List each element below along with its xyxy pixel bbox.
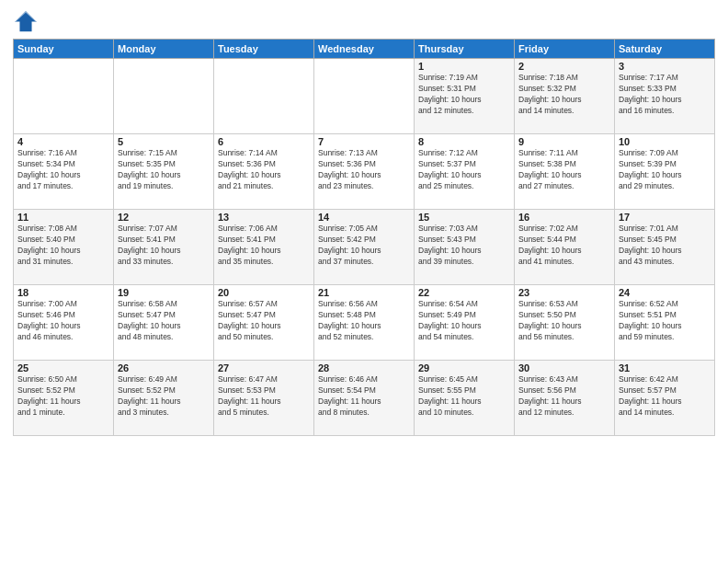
day-number: 20 — [218, 287, 310, 298]
day-info: Sunrise: 7:11 AM Sunset: 5:38 PM Dayligh… — [518, 148, 610, 192]
calendar-cell: 15Sunrise: 7:03 AM Sunset: 5:43 PM Dayli… — [415, 210, 515, 285]
day-number: 14 — [318, 212, 410, 223]
day-number: 2 — [518, 61, 610, 72]
calendar-cell: 13Sunrise: 7:06 AM Sunset: 5:41 PM Dayli… — [214, 210, 314, 285]
calendar-cell: 11Sunrise: 7:08 AM Sunset: 5:40 PM Dayli… — [14, 210, 114, 285]
calendar-cell: 17Sunrise: 7:01 AM Sunset: 5:45 PM Dayli… — [615, 210, 715, 285]
day-info: Sunrise: 6:49 AM Sunset: 5:52 PM Dayligh… — [118, 374, 210, 419]
day-header-thursday: Thursday — [415, 40, 515, 59]
day-info: Sunrise: 7:14 AM Sunset: 5:36 PM Dayligh… — [218, 148, 310, 192]
day-info: Sunrise: 7:01 AM Sunset: 5:45 PM Dayligh… — [619, 224, 711, 268]
day-info: Sunrise: 7:09 AM Sunset: 5:39 PM Dayligh… — [619, 148, 711, 192]
day-number: 12 — [118, 212, 210, 223]
day-number: 9 — [518, 136, 610, 147]
day-header-friday: Friday — [515, 40, 615, 59]
calendar-cell: 28Sunrise: 6:46 AM Sunset: 5:54 PM Dayli… — [314, 361, 415, 436]
calendar-cell — [14, 59, 114, 134]
day-number: 28 — [318, 362, 410, 373]
day-info: Sunrise: 6:42 AM Sunset: 5:57 PM Dayligh… — [619, 374, 711, 419]
calendar-cell: 27Sunrise: 6:47 AM Sunset: 5:53 PM Dayli… — [214, 361, 314, 436]
calendar-cell: 23Sunrise: 6:53 AM Sunset: 5:50 PM Dayli… — [515, 285, 615, 361]
calendar-cell: 7Sunrise: 7:13 AM Sunset: 5:36 PM Daylig… — [314, 134, 415, 210]
day-number: 19 — [118, 287, 210, 298]
calendar-cell: 29Sunrise: 6:45 AM Sunset: 5:55 PM Dayli… — [415, 361, 515, 436]
day-number: 3 — [619, 61, 711, 72]
day-info: Sunrise: 7:16 AM Sunset: 5:34 PM Dayligh… — [17, 148, 109, 192]
calendar-cell: 30Sunrise: 6:43 AM Sunset: 5:56 PM Dayli… — [515, 361, 615, 436]
day-info: Sunrise: 6:45 AM Sunset: 5:55 PM Dayligh… — [418, 374, 510, 419]
calendar-cell: 19Sunrise: 6:58 AM Sunset: 5:47 PM Dayli… — [114, 285, 214, 361]
day-number: 22 — [418, 287, 510, 298]
day-info: Sunrise: 7:12 AM Sunset: 5:37 PM Dayligh… — [418, 148, 510, 192]
day-number: 23 — [518, 287, 610, 298]
week-row-5: 25Sunrise: 6:50 AM Sunset: 5:52 PM Dayli… — [14, 361, 715, 436]
day-number: 31 — [619, 362, 711, 373]
day-number: 5 — [118, 136, 210, 147]
day-header-sunday: Sunday — [14, 40, 114, 59]
calendar-cell: 21Sunrise: 6:56 AM Sunset: 5:48 PM Dayli… — [314, 285, 415, 361]
day-number: 21 — [318, 287, 410, 298]
day-info: Sunrise: 7:19 AM Sunset: 5:31 PM Dayligh… — [418, 73, 510, 117]
calendar-cell: 3Sunrise: 7:17 AM Sunset: 5:33 PM Daylig… — [615, 59, 715, 134]
calendar-cell: 26Sunrise: 6:49 AM Sunset: 5:52 PM Dayli… — [114, 361, 214, 436]
calendar-cell: 24Sunrise: 6:52 AM Sunset: 5:51 PM Dayli… — [615, 285, 715, 361]
day-info: Sunrise: 6:58 AM Sunset: 5:47 PM Dayligh… — [118, 299, 210, 343]
day-number: 27 — [218, 362, 310, 373]
day-header-tuesday: Tuesday — [214, 40, 314, 59]
calendar-cell: 18Sunrise: 7:00 AM Sunset: 5:46 PM Dayli… — [14, 285, 114, 361]
day-info: Sunrise: 6:47 AM Sunset: 5:53 PM Dayligh… — [218, 374, 310, 419]
calendar-cell: 10Sunrise: 7:09 AM Sunset: 5:39 PM Dayli… — [615, 134, 715, 210]
day-number: 26 — [118, 362, 210, 373]
day-number: 4 — [17, 136, 109, 147]
day-number: 13 — [218, 212, 310, 223]
day-number: 25 — [17, 362, 109, 373]
calendar-cell: 14Sunrise: 7:05 AM Sunset: 5:42 PM Dayli… — [314, 210, 415, 285]
calendar-cell — [314, 59, 415, 134]
day-number: 1 — [418, 61, 510, 72]
calendar-cell: 20Sunrise: 6:57 AM Sunset: 5:47 PM Dayli… — [214, 285, 314, 361]
calendar-cell — [214, 59, 314, 134]
day-number: 15 — [418, 212, 510, 223]
day-number: 11 — [17, 212, 109, 223]
day-info: Sunrise: 7:00 AM Sunset: 5:46 PM Dayligh… — [17, 299, 109, 343]
day-header-monday: Monday — [114, 40, 214, 59]
day-header-saturday: Saturday — [615, 40, 715, 59]
day-number: 8 — [418, 136, 510, 147]
calendar-cell: 1Sunrise: 7:19 AM Sunset: 5:31 PM Daylig… — [415, 59, 515, 134]
day-info: Sunrise: 6:52 AM Sunset: 5:51 PM Dayligh… — [619, 299, 711, 343]
day-number: 10 — [619, 136, 711, 147]
week-row-3: 11Sunrise: 7:08 AM Sunset: 5:40 PM Dayli… — [14, 210, 715, 285]
header-row: SundayMondayTuesdayWednesdayThursdayFrid… — [14, 40, 715, 59]
day-info: Sunrise: 7:05 AM Sunset: 5:42 PM Dayligh… — [318, 224, 410, 268]
calendar-cell: 6Sunrise: 7:14 AM Sunset: 5:36 PM Daylig… — [214, 134, 314, 210]
week-row-4: 18Sunrise: 7:00 AM Sunset: 5:46 PM Dayli… — [14, 285, 715, 361]
header — [13, 9, 715, 35]
calendar-cell: 8Sunrise: 7:12 AM Sunset: 5:37 PM Daylig… — [415, 134, 515, 210]
page: SundayMondayTuesdayWednesdayThursdayFrid… — [0, 0, 728, 442]
day-info: Sunrise: 7:08 AM Sunset: 5:40 PM Dayligh… — [17, 224, 109, 268]
calendar-cell: 2Sunrise: 7:18 AM Sunset: 5:32 PM Daylig… — [515, 59, 615, 134]
day-number: 30 — [518, 362, 610, 373]
day-info: Sunrise: 6:43 AM Sunset: 5:56 PM Dayligh… — [518, 374, 610, 419]
day-info: Sunrise: 6:53 AM Sunset: 5:50 PM Dayligh… — [518, 299, 610, 343]
day-info: Sunrise: 7:03 AM Sunset: 5:43 PM Dayligh… — [418, 224, 510, 268]
logo-icon — [13, 9, 39, 35]
day-info: Sunrise: 6:56 AM Sunset: 5:48 PM Dayligh… — [318, 299, 410, 343]
calendar-cell: 5Sunrise: 7:15 AM Sunset: 5:35 PM Daylig… — [114, 134, 214, 210]
calendar-cell: 25Sunrise: 6:50 AM Sunset: 5:52 PM Dayli… — [14, 361, 114, 436]
week-row-2: 4Sunrise: 7:16 AM Sunset: 5:34 PM Daylig… — [14, 134, 715, 210]
day-number: 24 — [619, 287, 711, 298]
day-info: Sunrise: 7:15 AM Sunset: 5:35 PM Dayligh… — [118, 148, 210, 192]
day-header-wednesday: Wednesday — [314, 40, 415, 59]
day-number: 16 — [518, 212, 610, 223]
day-info: Sunrise: 7:13 AM Sunset: 5:36 PM Dayligh… — [318, 148, 410, 192]
calendar-cell: 9Sunrise: 7:11 AM Sunset: 5:38 PM Daylig… — [515, 134, 615, 210]
day-number: 29 — [418, 362, 510, 373]
calendar-cell: 4Sunrise: 7:16 AM Sunset: 5:34 PM Daylig… — [14, 134, 114, 210]
day-number: 18 — [17, 287, 109, 298]
calendar-cell: 22Sunrise: 6:54 AM Sunset: 5:49 PM Dayli… — [415, 285, 515, 361]
calendar-cell: 12Sunrise: 7:07 AM Sunset: 5:41 PM Dayli… — [114, 210, 214, 285]
day-info: Sunrise: 6:46 AM Sunset: 5:54 PM Dayligh… — [318, 374, 410, 419]
calendar-cell: 31Sunrise: 6:42 AM Sunset: 5:57 PM Dayli… — [615, 361, 715, 436]
day-info: Sunrise: 7:17 AM Sunset: 5:33 PM Dayligh… — [619, 73, 711, 117]
